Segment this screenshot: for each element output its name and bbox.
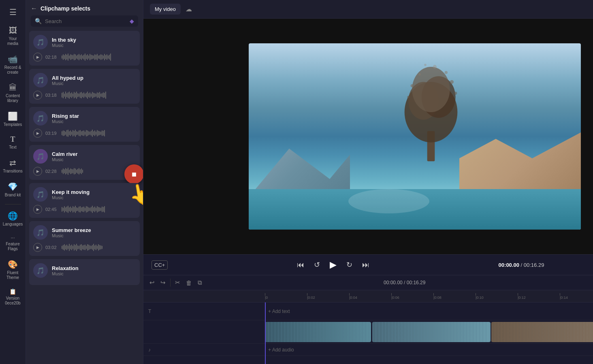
sidebar-item-brand-kit[interactable]: 💎 Brand kit	[2, 179, 24, 201]
rewind-5s-button[interactable]: ↺	[312, 259, 322, 271]
sidebar-item-templates[interactable]: ⬜ Templates	[2, 108, 24, 130]
hamburger-menu-icon[interactable]: ☰	[5, 3, 21, 21]
music-icon-circle: 🎵	[33, 111, 48, 126]
search-input[interactable]	[45, 18, 126, 24]
media-item-keep-it-moving[interactable]: 🎵 Keep it moving Music ▶ 02:45	[29, 183, 140, 218]
sidebar-item-label: Contentlibrary	[6, 94, 20, 103]
waveform	[62, 205, 136, 213]
video-clip-3[interactable]	[491, 322, 593, 342]
svg-point-12	[424, 64, 427, 66]
cloud-save-icon[interactable]: ☁	[186, 5, 192, 13]
sidebar-item-feature-flags[interactable]: ··· FeatureFlags	[2, 232, 24, 255]
video-track-content[interactable]	[265, 320, 593, 344]
water-ripple	[348, 189, 429, 213]
video-clip-1[interactable]	[265, 322, 371, 342]
diamond-icon[interactable]: ◆	[130, 18, 134, 24]
media-item-rising-star[interactable]: 🎵 Rising star Music ▶ 03:19	[29, 107, 140, 142]
cut-button[interactable]: ✂	[174, 278, 181, 287]
duration: 02:18	[45, 55, 58, 60]
svg-point-7	[407, 96, 410, 98]
media-item-relaxation[interactable]: 🎵 Relaxation Music	[29, 259, 140, 285]
media-item-all-hyped-up[interactable]: 🎵 All hyped up Music ▶ 03:18	[29, 69, 140, 104]
playhead[interactable]	[265, 302, 266, 364]
media-item-type: Music	[52, 119, 136, 124]
media-item-info: Calm river Music	[52, 151, 136, 162]
sidebar-divider	[5, 204, 21, 204]
text-track-label: T	[143, 309, 265, 314]
duration: 02:45	[45, 207, 58, 212]
media-item-in-the-sky[interactable]: 🎵 In the sky Music ▶ 02:18	[29, 31, 140, 66]
sidebar-item-content-library[interactable]: 🏛 Contentlibrary	[2, 80, 24, 106]
media-item-type: Music	[52, 195, 136, 200]
duration: 03:19	[45, 131, 58, 136]
redo-button[interactable]: ↪	[159, 278, 167, 287]
sidebar-item-label: Record &create	[4, 65, 21, 75]
delete-button[interactable]: 🗑	[185, 278, 193, 287]
media-item-name: All hyped up	[52, 75, 136, 81]
sidebar-item-text[interactable]: T Text	[2, 132, 24, 153]
time-display: 00:00.00 / 00:16.29	[499, 262, 544, 268]
play-button[interactable]: ▶	[33, 53, 42, 62]
svg-point-4	[412, 67, 450, 112]
sidebar-item-label: Brand kit	[5, 193, 21, 198]
media-item-calm-river[interactable]: 🎵 Calm river Music ▶ 02:28 ■ 👆	[29, 145, 140, 180]
media-item-summer-breeze[interactable]: 🎵 Summer breeze Music ▶ 03:02	[29, 221, 140, 256]
sidebar-item-transitions[interactable]: ⇄ Transitions	[2, 155, 24, 177]
media-list: 🎵 In the sky Music ▶ 02:18 🎵 All hyped u…	[26, 31, 143, 364]
main-content: My video ☁ ↑ Export ▾	[143, 0, 593, 364]
background-mountains-left	[249, 136, 350, 197]
skip-forward-button[interactable]: ⏭	[360, 259, 371, 271]
text-track-icon: T	[148, 309, 151, 314]
back-button[interactable]: ←	[31, 5, 37, 12]
media-item-type: Music	[52, 81, 136, 86]
media-panel-header: ← Clipchamp selects	[26, 0, 143, 15]
sidebar-item-label: Templates	[4, 122, 22, 127]
sidebar-item-fluent-theme[interactable]: 🎨 FluentTheme	[2, 256, 24, 283]
text-icon: T	[10, 135, 15, 144]
play-button[interactable]: ▶	[33, 167, 42, 176]
sidebar-item-languages[interactable]: 🌐 Languages	[2, 208, 24, 230]
text-track-row: T + Add text	[143, 302, 593, 320]
total-time-tl: 00:16.29	[407, 280, 426, 285]
captions-button[interactable]: CC+	[151, 260, 168, 270]
timeline-toolbar: ↩ ↪ ✂ 🗑 ⧉ 00:00.00 / 00:16.29 🔍− 🔍+ ⤢	[143, 275, 593, 290]
music-icon-circle: 🎵	[33, 149, 48, 164]
video-clip-2[interactable]	[372, 322, 491, 342]
search-bar: 🔍 ◆	[31, 15, 138, 27]
add-audio-button[interactable]: + Add audio	[265, 345, 297, 354]
skip-backward-button[interactable]: ⏮	[295, 259, 306, 271]
undo-button[interactable]: ↩	[148, 278, 156, 287]
svg-point-6	[450, 80, 454, 84]
tab-my-video[interactable]: My video	[150, 4, 181, 15]
sidebar-item-version[interactable]: 📋 Version0ece20b	[2, 285, 24, 309]
add-to-timeline-button[interactable]: ■	[124, 164, 143, 184]
waveform	[62, 243, 136, 251]
play-button[interactable]: ▶	[33, 205, 42, 214]
templates-icon: ⬜	[8, 111, 18, 121]
preview-video	[249, 43, 581, 230]
svg-point-10	[445, 71, 448, 74]
ruler-mark-004: |0:04	[349, 293, 391, 300]
sidebar-item-your-media[interactable]: 🖼 Your media	[2, 23, 24, 49]
search-icon: 🔍	[35, 18, 42, 24]
svg-point-11	[433, 65, 437, 68]
play-pause-button[interactable]: ▶	[328, 258, 338, 272]
add-text-button[interactable]: + Add text	[265, 307, 293, 316]
sidebar-item-label: Text	[9, 145, 16, 150]
play-button[interactable]: ▶	[33, 243, 42, 252]
transitions-icon: ⇄	[9, 158, 16, 168]
sidebar-item-record-create[interactable]: 📹 Record &create	[2, 51, 24, 78]
left-sidebar: ☰ 🖼 Your media 📹 Record &create 🏛 Conten…	[0, 0, 26, 364]
brand-icon: 💎	[8, 182, 18, 192]
forward-5s-button[interactable]: ↻	[345, 259, 354, 271]
sidebar-item-label: FeatureFlags	[6, 242, 19, 251]
svg-point-9	[418, 73, 421, 76]
play-button[interactable]: ▶	[33, 91, 42, 100]
music-icon-circle: 🎵	[33, 187, 48, 202]
duplicate-button[interactable]: ⧉	[196, 278, 203, 287]
music-icon-circle: 🎵	[33, 225, 48, 240]
audio-track-icon: ♪	[148, 347, 151, 353]
time-separator: /	[521, 262, 524, 268]
timeline-ruler: |0 |0:02 |0:04 |0:06 |0:08 |0:10	[143, 290, 593, 302]
play-button[interactable]: ▶	[33, 129, 42, 138]
